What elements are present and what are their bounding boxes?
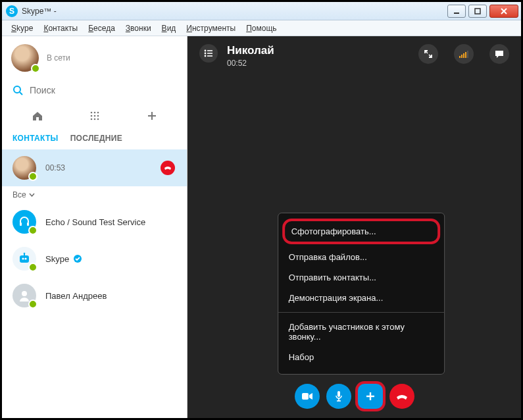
contact-row[interactable]: Павел Андреев <box>2 277 187 314</box>
svg-rect-40 <box>337 391 340 397</box>
svg-point-6 <box>90 112 92 114</box>
menu-send-files[interactable]: Отправка файлов... <box>278 247 444 267</box>
svg-point-13 <box>93 118 95 120</box>
svg-point-30 <box>205 55 207 57</box>
person-icon <box>18 289 31 302</box>
expand-icon <box>424 49 433 59</box>
menu-help[interactable]: Помощь <box>241 22 282 34</box>
nav-icon-row <box>2 105 187 130</box>
search-icon <box>12 85 23 95</box>
sidebar-tabs: КОНТАКТЫ ПОСЛЕДНИЕ <box>2 130 187 149</box>
svg-rect-18 <box>27 223 29 226</box>
svg-rect-34 <box>459 56 461 58</box>
contact-avatar <box>12 156 36 180</box>
phone-hangup-icon <box>163 163 172 172</box>
menu-separator <box>278 312 444 313</box>
presence-online-icon <box>28 226 37 235</box>
menubar: Skype Контакты Беседа Звонки Вид Инструм… <box>2 20 521 36</box>
conversation-list-button[interactable] <box>199 44 218 63</box>
svg-point-11 <box>97 115 99 117</box>
call-timer: 00:52 <box>227 59 274 68</box>
svg-rect-19 <box>20 255 29 263</box>
microphone-icon <box>334 390 343 402</box>
video-toggle-button[interactable] <box>295 384 320 409</box>
end-call-button[interactable] <box>389 384 414 409</box>
svg-rect-17 <box>20 223 22 226</box>
call-header: Николай 00:52 <box>187 36 521 76</box>
filter-label: Все <box>12 190 26 199</box>
menu-take-snapshot[interactable]: Сфотографировать... <box>282 219 440 244</box>
contact-list: 00:53 Все Echo / Sound Test Service <box>2 149 187 418</box>
svg-rect-39 <box>302 393 309 400</box>
contact-row-active-call[interactable]: 00:53 <box>2 149 187 186</box>
menu-add-participants[interactable]: Добавить участников к этому звонку... <box>278 317 444 347</box>
filter-dropdown[interactable]: Все <box>2 186 187 203</box>
svg-rect-36 <box>463 53 464 58</box>
call-control-bar <box>187 384 521 409</box>
presence-online-icon <box>28 172 37 181</box>
contact-name: Skype <box>45 254 69 264</box>
menu-share-screen[interactable]: Демонстрация экрана... <box>278 288 444 308</box>
menu-dialpad[interactable]: Набор <box>278 347 444 367</box>
chevron-down-icon <box>29 193 35 197</box>
svg-point-23 <box>24 253 26 255</box>
mic-toggle-button[interactable] <box>326 384 351 409</box>
svg-point-21 <box>24 257 26 259</box>
presence-online-icon <box>28 263 37 272</box>
plus-menu-button[interactable] <box>358 384 383 409</box>
svg-point-14 <box>97 118 99 120</box>
contact-name-wrap: Skype <box>45 254 82 264</box>
self-status: В сети <box>47 53 70 63</box>
maximize-button[interactable] <box>468 5 487 18</box>
chat-bubble-icon <box>494 49 505 59</box>
hangup-button[interactable] <box>161 161 175 175</box>
svg-point-26 <box>205 50 207 52</box>
contact-avatar <box>12 210 36 234</box>
contact-row[interactable]: Echo / Sound Test Service <box>2 203 187 240</box>
svg-point-10 <box>93 115 95 117</box>
phone-hangup-icon <box>395 392 409 401</box>
presence-online-icon <box>31 64 40 73</box>
home-button[interactable] <box>28 109 47 123</box>
list-icon <box>204 49 213 57</box>
menu-send-contacts[interactable]: Отправить контакты... <box>278 267 444 288</box>
minimize-button[interactable] <box>447 5 466 18</box>
chat-button[interactable] <box>489 44 509 64</box>
search-row[interactable] <box>2 80 187 105</box>
svg-point-25 <box>22 291 27 296</box>
search-input[interactable] <box>30 85 176 95</box>
menu-calls[interactable]: Звонки <box>120 22 157 34</box>
contact-avatar <box>12 247 36 271</box>
svg-point-4 <box>14 86 20 93</box>
self-profile[interactable]: В сети <box>2 36 187 80</box>
svg-rect-1 <box>475 9 480 14</box>
menu-contacts[interactable]: Контакты <box>38 22 83 34</box>
contact-name: Echo / Sound Test Service <box>45 217 145 227</box>
plus-menu-popup: Сфотографировать... Отправка файлов... О… <box>278 213 445 375</box>
tab-recent[interactable]: ПОСЛЕДНИЕ <box>70 134 122 143</box>
menu-conversation[interactable]: Беседа <box>83 22 120 34</box>
menu-tools[interactable]: Инструменты <box>181 22 241 34</box>
menu-view[interactable]: Вид <box>157 22 182 34</box>
call-quality-button[interactable] <box>454 44 474 64</box>
close-button[interactable] <box>489 5 518 18</box>
contact-row[interactable]: Skype <box>2 240 187 277</box>
svg-rect-35 <box>461 55 462 58</box>
svg-line-33 <box>429 55 431 57</box>
tab-contacts[interactable]: КОНТАКТЫ <box>12 134 59 143</box>
new-button[interactable] <box>142 109 162 123</box>
signal-bars-icon <box>459 49 469 59</box>
plus-icon <box>147 111 157 121</box>
contact-avatar <box>12 284 36 307</box>
window-title: Skype™ - <box>22 7 57 16</box>
call-pane: Николай 00:52 Сфотографировать... Отправ… <box>187 36 521 418</box>
contact-name: Павел Андреев <box>45 291 107 301</box>
skype-logo-icon: S <box>6 5 18 17</box>
svg-point-9 <box>90 115 92 117</box>
svg-rect-37 <box>465 52 466 58</box>
fullscreen-button[interactable] <box>418 44 438 64</box>
sidebar: В сети КОНТАКТЫ ПОСЛЕДН <box>2 36 187 418</box>
call-contact-name: Николай <box>227 44 274 57</box>
dialpad-button[interactable] <box>85 109 105 123</box>
menu-skype[interactable]: Skype <box>6 22 38 34</box>
